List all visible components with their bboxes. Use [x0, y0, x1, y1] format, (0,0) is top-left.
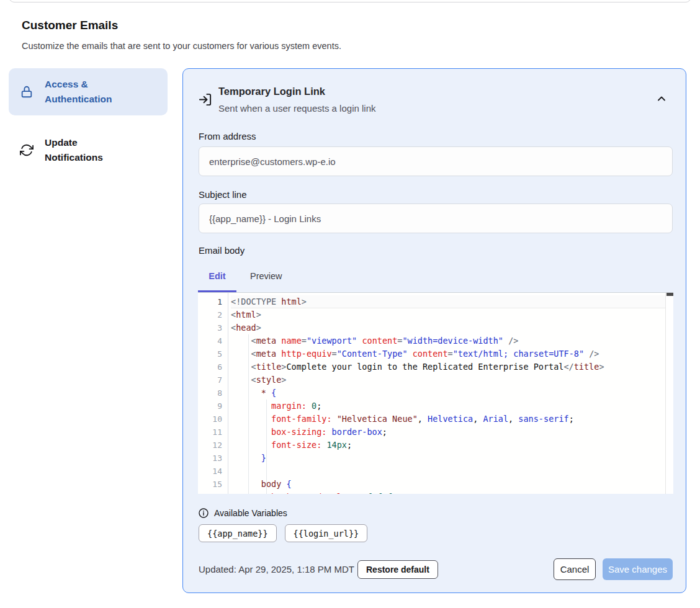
code-line[interactable]: box-sizing: border-box; — [231, 426, 665, 439]
sidebar-item-update-notifications[interactable]: Update Notifications — [9, 127, 168, 174]
customer-emails-page: Customer Emails Customize the emails tha… — [0, 0, 700, 608]
subject-line-label: Subject line — [199, 189, 247, 200]
collapse-card-button[interactable] — [655, 92, 668, 106]
editor-gutter: 12345678910111213141516 — [198, 293, 228, 494]
from-address-input[interactable] — [199, 146, 673, 176]
cancel-button[interactable]: Cancel — [554, 558, 596, 580]
code-line[interactable]: margin: 0; — [231, 400, 665, 413]
page-subtitle: Customize the emails that are sent to yo… — [22, 41, 341, 51]
lock-icon — [20, 85, 34, 99]
code-line[interactable]: background-color: #f6f9fc; — [231, 491, 665, 494]
code-line[interactable]: <!DOCTYPE html> — [231, 295, 665, 308]
code-line[interactable]: <title>Complete your login to the Replic… — [231, 360, 665, 373]
code-line[interactable]: <meta name="viewport" content="width=dev… — [231, 334, 665, 347]
available-variables-row: Available Variables — [199, 508, 287, 518]
code-line[interactable]: <meta http-equiv="Content-Type" content=… — [231, 347, 665, 360]
email-body-label: Email body — [199, 245, 245, 256]
card-subtitle: Sent when a user requests a login link — [218, 103, 375, 114]
code-line[interactable]: * { — [231, 387, 665, 400]
code-line[interactable] — [231, 465, 665, 478]
editor-scrollbar[interactable] — [665, 293, 673, 494]
code-line[interactable]: } — [231, 452, 665, 465]
tab-edit[interactable]: Edit — [198, 271, 236, 281]
sidebar-item-label: Access & Authentication — [45, 77, 132, 107]
email-types-sidebar: Access & Authentication Update Notificat… — [9, 68, 168, 174]
sidebar-item-access-authentication[interactable]: Access & Authentication — [9, 68, 168, 115]
log-in-icon — [198, 92, 212, 109]
updated-timestamp: Updated: Apr 29, 2025, 1:18 PM MDT — [199, 564, 354, 574]
previous-section-card-edge — [9, 0, 691, 2]
save-changes-button[interactable]: Save changes — [603, 558, 673, 580]
code-line[interactable]: font-family: "Helvetica Neue", Helvetica… — [231, 413, 665, 426]
variable-chip[interactable]: {{login_url}} — [285, 524, 368, 542]
sync-icon — [20, 143, 34, 157]
page-title: Customer Emails — [22, 19, 118, 32]
editor-code[interactable]: <!DOCTYPE html><html><head> <meta name="… — [229, 293, 665, 494]
card-title: Temporary Login Link — [218, 86, 325, 97]
code-line[interactable]: font-size: 14px; — [231, 439, 665, 452]
variable-chip[interactable]: {{app_name}} — [199, 524, 277, 542]
code-line[interactable]: body { — [231, 478, 665, 491]
variable-chips: {{app_name}}{{login_url}} — [199, 524, 367, 542]
code-line[interactable]: <head> — [231, 321, 665, 334]
info-icon — [199, 508, 209, 518]
chevron-up-icon — [655, 97, 668, 107]
restore-default-button[interactable]: Restore default — [357, 560, 438, 579]
code-line[interactable]: <style> — [231, 373, 665, 387]
subject-line-input[interactable] — [199, 203, 673, 233]
from-address-label: From address — [199, 131, 256, 141]
editor-scrollbar-thumb[interactable] — [666, 293, 673, 296]
email-body-code-editor[interactable]: 12345678910111213141516 <!DOCTYPE html><… — [198, 292, 673, 494]
code-line[interactable]: <html> — [231, 308, 665, 321]
tab-preview[interactable]: Preview — [250, 271, 282, 281]
sidebar-item-label: Update Notifications — [45, 135, 132, 165]
available-variables-label: Available Variables — [214, 508, 287, 518]
temporary-login-link-card: Temporary Login Link Sent when a user re… — [182, 68, 686, 593]
